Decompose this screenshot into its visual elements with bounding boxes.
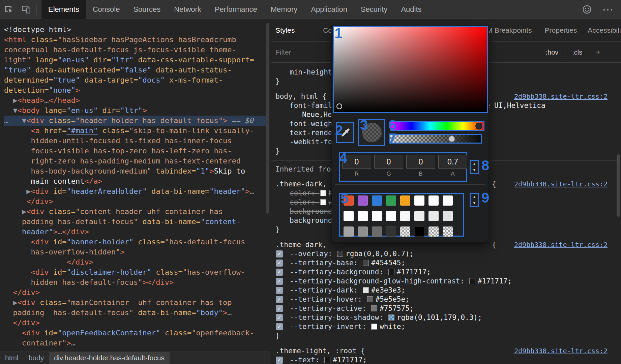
feedback-smiley-button[interactable] [582, 4, 592, 14]
dom-node-line[interactable]: padding has-default-focus" data-bi-name=… [4, 308, 266, 318]
stylesheet-link[interactable]: 2d9bb338.site-ltr.css:2 [514, 92, 608, 101]
alpha-slider[interactable] [389, 134, 482, 144]
palette-swatch[interactable] [414, 195, 424, 206]
spinner-up-icon[interactable]: ▲ [471, 161, 478, 167]
dom-node-line[interactable]: hidden-until-focused is-fixed has-inner-… [4, 136, 266, 146]
css-property-row[interactable]: ✓--tertiary-hover: #5e5e5e; [271, 295, 617, 304]
property-enabled-checkbox[interactable]: ✓ [276, 250, 283, 257]
palette-switch-spinner[interactable]: ▲ ▼ [470, 193, 479, 207]
tab-audits[interactable]: Audits [394, 0, 428, 19]
palette-swatch[interactable] [400, 195, 410, 206]
dom-node-line[interactable]: right-zero has-padding-medium has-text-c… [4, 156, 266, 166]
breadcrumb-item[interactable]: body [24, 352, 49, 364]
property-enabled-checkbox[interactable]: ✓ [276, 260, 283, 267]
saturation-gradient[interactable] [333, 26, 488, 113]
palette-swatch[interactable] [386, 195, 396, 206]
css-property-row[interactable]: ✓--tertiary-base: #454545; [271, 259, 617, 268]
dom-node-line[interactable]: container">… [4, 338, 266, 348]
dom-node-line[interactable]: </div> [4, 318, 266, 328]
toggle-hov-button[interactable]: :hov [539, 46, 565, 59]
dom-node-line[interactable]: padding has-default-focus" data-bi-name=… [4, 217, 266, 227]
color-swatch[interactable] [363, 260, 369, 266]
dom-node-line[interactable]: main content</a> [4, 176, 266, 186]
dom-node-line[interactable]: <html class="hasSidebar hasPageActions h… [4, 35, 266, 45]
stylesheet-link[interactable]: 2d9bb338.site-ltr.css:2 [514, 240, 608, 249]
property-enabled-checkbox[interactable]: ✓ [276, 305, 283, 312]
hue-slider-thumb[interactable] [475, 123, 482, 130]
rgba-value-b[interactable]: 0 [406, 155, 435, 169]
property-enabled-checkbox[interactable]: ✓ [276, 278, 283, 285]
css-property-row[interactable]: ✓--overlay: rgba(0,0,0,0.7); [271, 249, 617, 259]
dom-node-line[interactable]: detection="none"> [4, 85, 266, 95]
palette-swatch[interactable] [428, 195, 439, 206]
palette-swatch[interactable] [344, 226, 354, 237]
property-enabled-checkbox[interactable]: ✓ [276, 323, 283, 330]
styles-scrollbar[interactable] [617, 154, 620, 217]
device-toolbar-button[interactable] [18, 0, 35, 19]
tab-performance[interactable]: Performance [208, 0, 264, 19]
palette-swatch[interactable] [358, 195, 368, 206]
color-swatch[interactable] [363, 287, 369, 293]
dom-node-line[interactable]: </div> [4, 287, 266, 298]
palette-swatch[interactable] [372, 195, 382, 206]
property-enabled-checkbox[interactable]: ✓ [276, 296, 283, 303]
palette-swatch[interactable] [358, 211, 368, 221]
spinner-up-icon[interactable]: ▲ [471, 194, 478, 200]
css-property-row[interactable]: ✓--tertiary-background: #171717; [271, 268, 617, 277]
color-swatch[interactable] [371, 305, 377, 311]
dom-node-line[interactable]: … ▼<div class="header-holder has-default… [4, 116, 266, 126]
rgba-value-g[interactable]: 0 [374, 155, 403, 169]
dom-node-line[interactable]: "true" data-authenticated="false" data-a… [4, 65, 266, 75]
palette-swatch[interactable] [400, 226, 410, 237]
style-rule-selector[interactable]: .theme-light, :root {2d9bb338.site-ltr.c… [271, 346, 617, 356]
color-swatch[interactable] [320, 199, 326, 205]
palette-swatch[interactable] [386, 211, 396, 221]
tab-elements[interactable]: Elements [41, 0, 86, 19]
dom-node-line[interactable]: light" lang="en-us" dir="ltr" data-css-v… [4, 55, 266, 65]
sidebar-tab-properties[interactable]: Properties [545, 26, 577, 34]
color-swatch[interactable] [337, 251, 343, 257]
css-property-row[interactable]: ✓--tertiary-box-shadow: rgba(0,101,179,0… [271, 313, 617, 322]
inspect-element-button[interactable] [0, 0, 18, 19]
dom-node-line[interactable]: conceptual has-default-focus js-focus-vi… [4, 45, 266, 55]
property-enabled-checkbox[interactable]: ✓ [276, 357, 283, 364]
dom-node-line[interactable]: has-body-background-medium" tabindex="1"… [4, 166, 266, 176]
stylesheet-link[interactable]: 2d9bb338.site-ltr.css:2 [514, 180, 608, 189]
stylesheet-link[interactable]: 2d9bb338.site-ltr.css:2 [514, 346, 608, 356]
tab-network[interactable]: Network [167, 0, 208, 19]
color-swatch[interactable] [388, 269, 394, 275]
dom-node-line[interactable]: ▶<head>…</head> [4, 95, 266, 105]
tab-sources[interactable]: Sources [126, 0, 167, 19]
palette-swatch[interactable] [400, 211, 410, 221]
palette-swatch[interactable] [414, 211, 424, 221]
css-property-row[interactable]: ✓--tertiary-active: #757575; [271, 304, 617, 313]
spinner-down-icon[interactable]: ▼ [471, 200, 478, 206]
dom-node-line[interactable]: <div id="openFeedbackContainer" class="o… [4, 328, 266, 338]
dom-node-line[interactable]: hidden has-default-focus"></div> [4, 277, 266, 287]
rgba-value-a[interactable]: 0.7 [438, 155, 467, 169]
dom-node-line[interactable]: header">…</div> [4, 227, 266, 237]
palette-swatch[interactable] [372, 226, 382, 237]
dom-node-line[interactable]: ▶<div class="mainContainer uhf-container… [4, 298, 266, 308]
new-style-rule-button[interactable]: + [589, 46, 607, 59]
dom-node-line[interactable]: <div id="banner-holder" class="has-defau… [4, 237, 266, 247]
tab-application[interactable]: Application [304, 0, 354, 19]
tab-console[interactable]: Console [86, 0, 127, 19]
color-swatch[interactable] [371, 324, 377, 330]
color-swatch[interactable] [367, 296, 373, 302]
sidebar-tab-accessibility[interactable]: Accessibility [588, 26, 621, 34]
dom-node-line[interactable]: <div id="disclaimer-holder" class="has-o… [4, 267, 266, 277]
color-swatch[interactable] [388, 314, 394, 321]
palette-swatch[interactable] [386, 226, 396, 237]
breadcrumb-item[interactable]: div.header-holder.has-default-focus [49, 352, 170, 364]
property-enabled-checkbox[interactable]: ✓ [276, 269, 283, 276]
color-swatch[interactable] [324, 357, 330, 363]
tab-memory[interactable]: Memory [264, 0, 304, 19]
property-enabled-checkbox[interactable]: ✓ [276, 287, 283, 294]
css-property-row[interactable]: ✓--text: #171717; [271, 356, 617, 364]
alpha-slider-thumb[interactable] [448, 135, 455, 142]
color-swatch[interactable] [320, 190, 326, 196]
palette-swatch[interactable] [443, 226, 453, 237]
css-property-row[interactable]: ✓--tertiary-background-glow-high-contras… [271, 277, 617, 286]
spinner-down-icon[interactable]: ▼ [471, 167, 478, 173]
